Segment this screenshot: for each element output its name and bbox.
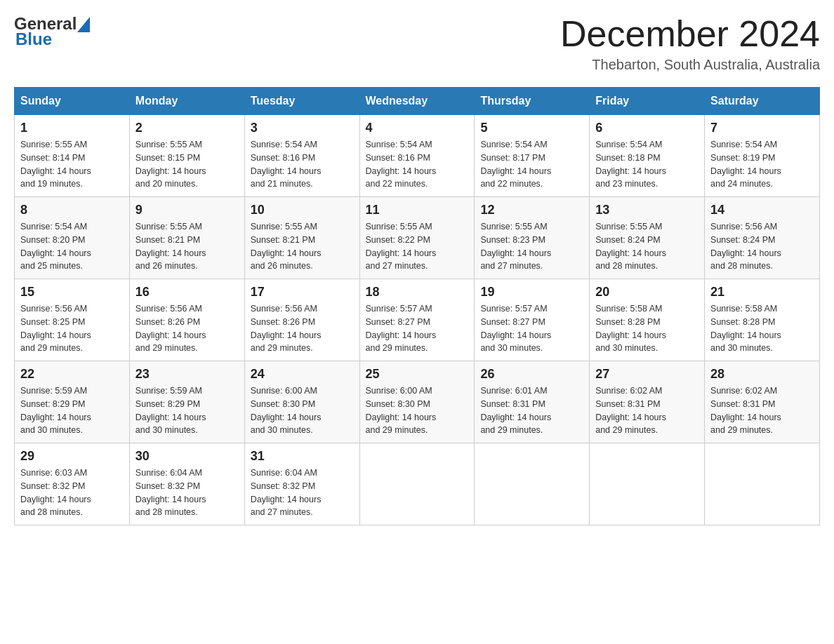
day-info: Sunrise: 5:54 AMSunset: 8:17 PMDaylight:… <box>480 138 583 191</box>
day-number: 13 <box>595 203 699 217</box>
day-number: 14 <box>710 203 814 217</box>
calendar-week-2: 8Sunrise: 5:54 AMSunset: 8:20 PMDaylight… <box>15 197 820 279</box>
calendar-day-10: 10Sunrise: 5:55 AMSunset: 8:21 PMDayligh… <box>244 197 359 279</box>
day-info: Sunrise: 5:54 AMSunset: 8:16 PMDaylight:… <box>366 138 469 191</box>
day-info: Sunrise: 5:55 AMSunset: 8:15 PMDaylight:… <box>135 138 239 191</box>
day-number: 12 <box>480 203 583 217</box>
day-info: Sunrise: 5:57 AMSunset: 8:27 PMDaylight:… <box>480 302 583 355</box>
day-info: Sunrise: 5:55 AMSunset: 8:23 PMDaylight:… <box>480 220 583 273</box>
day-info: Sunrise: 5:55 AMSunset: 8:21 PMDaylight:… <box>251 220 354 273</box>
day-info: Sunrise: 5:56 AMSunset: 8:26 PMDaylight:… <box>251 302 354 355</box>
header-sunday: Sunday <box>15 88 130 115</box>
day-number: 1 <box>20 121 124 135</box>
calendar-day-19: 19Sunrise: 5:57 AMSunset: 8:27 PMDayligh… <box>475 279 590 361</box>
calendar-day-1: 1Sunrise: 5:55 AMSunset: 8:14 PMDaylight… <box>15 115 130 197</box>
day-info: Sunrise: 5:54 AMSunset: 8:16 PMDaylight:… <box>251 138 354 191</box>
logo-blue-text: Blue <box>15 29 52 49</box>
calendar-day-2: 2Sunrise: 5:55 AMSunset: 8:15 PMDaylight… <box>129 115 244 197</box>
day-number: 18 <box>366 285 469 300</box>
day-number: 16 <box>135 285 239 300</box>
empty-cell <box>705 443 820 525</box>
calendar-header-row: SundayMondayTuesdayWednesdayThursdayFrid… <box>15 88 820 115</box>
calendar-day-9: 9Sunrise: 5:55 AMSunset: 8:21 PMDaylight… <box>129 197 244 279</box>
calendar-week-4: 22Sunrise: 5:59 AMSunset: 8:29 PMDayligh… <box>15 361 820 443</box>
calendar-day-14: 14Sunrise: 5:56 AMSunset: 8:24 PMDayligh… <box>705 197 820 279</box>
day-number: 22 <box>20 367 124 382</box>
day-info: Sunrise: 6:00 AMSunset: 8:30 PMDaylight:… <box>251 384 354 437</box>
calendar-day-13: 13Sunrise: 5:55 AMSunset: 8:24 PMDayligh… <box>590 197 705 279</box>
day-number: 7 <box>710 121 814 135</box>
calendar-day-30: 30Sunrise: 6:04 AMSunset: 8:32 PMDayligh… <box>129 443 244 525</box>
day-info: Sunrise: 5:55 AMSunset: 8:24 PMDaylight:… <box>595 220 699 273</box>
day-info: Sunrise: 5:58 AMSunset: 8:28 PMDaylight:… <box>710 302 814 355</box>
day-number: 30 <box>135 449 239 464</box>
calendar-day-16: 16Sunrise: 5:56 AMSunset: 8:26 PMDayligh… <box>129 279 244 361</box>
day-info: Sunrise: 6:02 AMSunset: 8:31 PMDaylight:… <box>595 384 699 437</box>
calendar-day-24: 24Sunrise: 6:00 AMSunset: 8:30 PMDayligh… <box>244 361 359 443</box>
calendar-day-3: 3Sunrise: 5:54 AMSunset: 8:16 PMDaylight… <box>244 115 359 197</box>
day-info: Sunrise: 6:02 AMSunset: 8:31 PMDaylight:… <box>710 384 814 437</box>
day-info: Sunrise: 5:59 AMSunset: 8:29 PMDaylight:… <box>20 384 124 437</box>
day-number: 27 <box>595 367 699 382</box>
day-number: 3 <box>251 121 354 135</box>
calendar-day-31: 31Sunrise: 6:04 AMSunset: 8:32 PMDayligh… <box>244 443 359 525</box>
day-number: 9 <box>135 203 239 217</box>
logo: General Blue <box>14 14 91 49</box>
empty-cell <box>475 443 590 525</box>
calendar-day-8: 8Sunrise: 5:54 AMSunset: 8:20 PMDaylight… <box>15 197 130 279</box>
day-info: Sunrise: 5:54 AMSunset: 8:19 PMDaylight:… <box>710 138 814 191</box>
day-number: 15 <box>20 285 124 300</box>
day-info: Sunrise: 5:54 AMSunset: 8:18 PMDaylight:… <box>595 138 699 191</box>
day-number: 26 <box>480 367 583 382</box>
calendar-week-1: 1Sunrise: 5:55 AMSunset: 8:14 PMDaylight… <box>15 115 820 197</box>
page-header: General Blue December 2024 Thebarton, So… <box>14 14 820 73</box>
day-number: 4 <box>366 121 469 135</box>
header-monday: Monday <box>129 88 244 115</box>
day-number: 21 <box>710 285 814 300</box>
header-thursday: Thursday <box>475 88 590 115</box>
month-title: December 2024 <box>560 14 820 54</box>
calendar-day-15: 15Sunrise: 5:56 AMSunset: 8:25 PMDayligh… <box>15 279 130 361</box>
calendar-day-29: 29Sunrise: 6:03 AMSunset: 8:32 PMDayligh… <box>15 443 130 525</box>
calendar-day-11: 11Sunrise: 5:55 AMSunset: 8:22 PMDayligh… <box>359 197 475 279</box>
day-info: Sunrise: 5:55 AMSunset: 8:21 PMDaylight:… <box>135 220 239 273</box>
day-number: 29 <box>20 449 124 464</box>
day-number: 20 <box>595 285 699 300</box>
header-wednesday: Wednesday <box>359 88 475 115</box>
calendar-day-27: 27Sunrise: 6:02 AMSunset: 8:31 PMDayligh… <box>590 361 705 443</box>
day-number: 25 <box>366 367 469 382</box>
calendar-day-20: 20Sunrise: 5:58 AMSunset: 8:28 PMDayligh… <box>590 279 705 361</box>
day-number: 23 <box>135 367 239 382</box>
location-subtitle: Thebarton, South Australia, Australia <box>560 57 820 73</box>
calendar-day-18: 18Sunrise: 5:57 AMSunset: 8:27 PMDayligh… <box>359 279 475 361</box>
day-info: Sunrise: 5:56 AMSunset: 8:25 PMDaylight:… <box>20 302 124 355</box>
svg-marker-0 <box>77 17 90 32</box>
calendar-day-26: 26Sunrise: 6:01 AMSunset: 8:31 PMDayligh… <box>475 361 590 443</box>
day-info: Sunrise: 6:03 AMSunset: 8:32 PMDaylight:… <box>20 467 124 519</box>
day-number: 17 <box>251 285 354 300</box>
calendar-day-5: 5Sunrise: 5:54 AMSunset: 8:17 PMDaylight… <box>475 115 590 197</box>
day-number: 6 <box>595 121 699 135</box>
calendar-day-22: 22Sunrise: 5:59 AMSunset: 8:29 PMDayligh… <box>15 361 130 443</box>
day-info: Sunrise: 5:54 AMSunset: 8:20 PMDaylight:… <box>20 220 124 273</box>
calendar-week-3: 15Sunrise: 5:56 AMSunset: 8:25 PMDayligh… <box>15 279 820 361</box>
day-info: Sunrise: 6:00 AMSunset: 8:30 PMDaylight:… <box>366 384 469 437</box>
day-number: 19 <box>480 285 583 300</box>
day-info: Sunrise: 5:55 AMSunset: 8:22 PMDaylight:… <box>366 220 469 273</box>
calendar-table: SundayMondayTuesdayWednesdayThursdayFrid… <box>14 87 820 525</box>
header-friday: Friday <box>590 88 705 115</box>
calendar-day-28: 28Sunrise: 6:02 AMSunset: 8:31 PMDayligh… <box>705 361 820 443</box>
day-info: Sunrise: 6:04 AMSunset: 8:32 PMDaylight:… <box>135 467 239 519</box>
header-saturday: Saturday <box>705 88 820 115</box>
day-number: 31 <box>251 449 354 464</box>
calendar-day-23: 23Sunrise: 5:59 AMSunset: 8:29 PMDayligh… <box>129 361 244 443</box>
calendar-day-4: 4Sunrise: 5:54 AMSunset: 8:16 PMDaylight… <box>359 115 475 197</box>
calendar-day-21: 21Sunrise: 5:58 AMSunset: 8:28 PMDayligh… <box>705 279 820 361</box>
day-info: Sunrise: 6:01 AMSunset: 8:31 PMDaylight:… <box>480 384 583 437</box>
calendar-day-17: 17Sunrise: 5:56 AMSunset: 8:26 PMDayligh… <box>244 279 359 361</box>
day-number: 11 <box>366 203 469 217</box>
calendar-week-5: 29Sunrise: 6:03 AMSunset: 8:32 PMDayligh… <box>15 443 820 525</box>
day-info: Sunrise: 5:56 AMSunset: 8:26 PMDaylight:… <box>135 302 239 355</box>
day-number: 5 <box>480 121 583 135</box>
calendar-day-25: 25Sunrise: 6:00 AMSunset: 8:30 PMDayligh… <box>359 361 475 443</box>
